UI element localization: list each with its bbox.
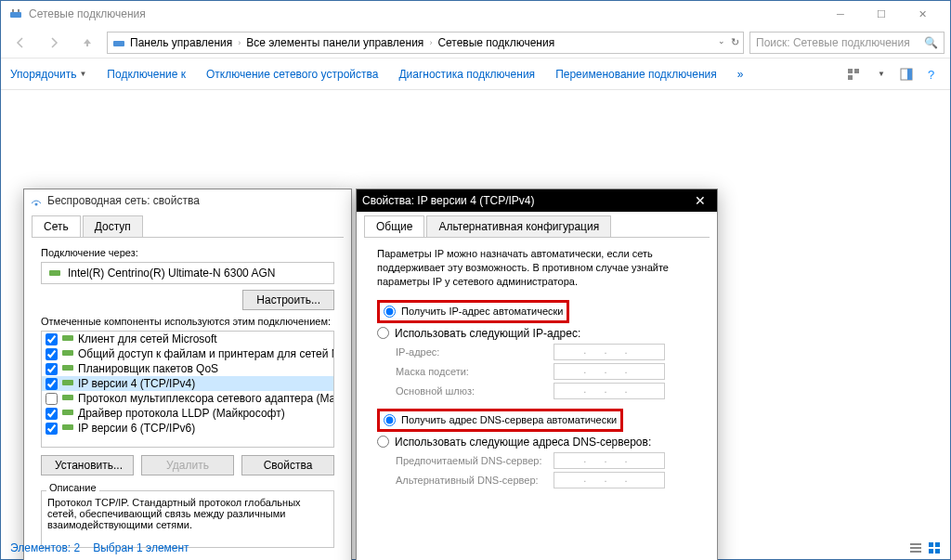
breadcrumb-item[interactable]: Панель управления	[130, 36, 232, 49]
svg-rect-24	[929, 549, 933, 553]
view-details-icon[interactable]	[909, 541, 922, 554]
gateway-input[interactable]: . . .	[554, 383, 665, 399]
nav-back-button[interactable]	[7, 32, 34, 54]
search-input[interactable]: Поиск: Сетевые подключения 🔍	[749, 32, 944, 54]
component-icon	[61, 392, 74, 405]
component-item[interactable]: IP версии 4 (TCP/IPv4)	[42, 376, 333, 391]
address-bar[interactable]: Панель управления › Все элементы панели …	[107, 32, 744, 54]
toolbar-connect[interactable]: Подключение к	[107, 68, 186, 81]
svg-rect-1	[12, 9, 14, 12]
svg-rect-0	[10, 12, 21, 18]
component-icon	[61, 362, 74, 375]
svg-rect-6	[854, 69, 859, 73]
properties-button[interactable]: Свойства	[241, 455, 334, 475]
dialog-titlebar: Свойства: IP версии 4 (TCP/IPv4) ✕	[357, 189, 717, 212]
help-icon[interactable]: ?	[928, 68, 941, 81]
dns-pref-label: Предпочитаемый DNS-сервер:	[396, 455, 554, 466]
tab-general[interactable]: Общие	[364, 215, 424, 237]
main-window: Сетевые подключения ─ ☐ ✕ Панель управле…	[0, 0, 951, 560]
svg-rect-9	[907, 69, 912, 80]
toolbar-diagnose[interactable]: Диагностика подключения	[398, 68, 535, 81]
dns-alt-input[interactable]: . . .	[554, 472, 665, 488]
svg-rect-19	[910, 543, 921, 545]
preview-icon[interactable]	[900, 68, 913, 81]
nav-up-button[interactable]	[73, 32, 101, 54]
toolbar-rename[interactable]: Переименование подключения	[555, 68, 717, 81]
connect-via-label: Подключение через:	[41, 247, 334, 258]
radio-dns-manual[interactable]	[377, 436, 389, 448]
breadcrumb-item[interactable]: Все элементы панели управления	[246, 36, 423, 49]
svg-rect-18	[62, 424, 73, 430]
component-checkbox[interactable]	[46, 393, 58, 405]
tab-alternative[interactable]: Альтернативная конфигурация	[426, 215, 611, 237]
components-list[interactable]: Клиент для сетей MicrosoftОбщий доступ к…	[41, 331, 334, 448]
svg-rect-21	[910, 551, 921, 553]
minimize-button[interactable]: ─	[820, 1, 861, 27]
titlebar: Сетевые подключения ─ ☐ ✕	[1, 1, 950, 27]
component-icon	[61, 332, 74, 345]
close-icon[interactable]: ✕	[689, 193, 711, 208]
refresh-icon[interactable]: ↻	[731, 36, 739, 48]
ip-address-input[interactable]: . . .	[554, 344, 665, 360]
toolbar-organize[interactable]: Упорядочить▼	[10, 68, 86, 81]
dns-pref-input[interactable]: . . .	[554, 452, 665, 469]
svg-rect-3	[86, 43, 88, 46]
component-checkbox[interactable]	[46, 348, 58, 360]
component-label: Общий доступ к файлам и принтерам для се…	[78, 347, 334, 360]
component-item[interactable]: Клиент для сетей Microsoft	[42, 332, 333, 346]
install-button[interactable]: Установить...	[41, 455, 134, 475]
component-item[interactable]: IP версии 6 (TCP/IPv6)	[42, 421, 333, 436]
statusbar: Элементов: 2 Выбран 1 элемент	[1, 537, 950, 559]
component-icon	[61, 407, 74, 420]
remove-button[interactable]: Удалить	[141, 455, 234, 475]
svg-rect-16	[62, 395, 73, 400]
svg-rect-11	[49, 270, 60, 276]
svg-rect-22	[929, 542, 933, 547]
component-item[interactable]: Драйвер протокола LLDP (Майкрософт)	[42, 406, 333, 421]
adapter-icon	[47, 266, 62, 280]
svg-rect-23	[935, 542, 940, 547]
dialog-wireless-properties: Беспроводная сеть: свойства Сеть Доступ …	[23, 189, 352, 560]
toolbar-more[interactable]: »	[737, 68, 744, 81]
svg-rect-5	[848, 69, 853, 73]
svg-rect-12	[62, 335, 73, 341]
tab-access[interactable]: Доступ	[83, 215, 143, 237]
view-icon[interactable]	[847, 68, 860, 81]
component-checkbox[interactable]	[46, 363, 58, 375]
svg-rect-13	[62, 350, 73, 356]
component-item[interactable]: Планировщик пакетов QoS	[42, 361, 333, 376]
components-label: Отмеченные компоненты используются этим …	[41, 316, 334, 327]
component-item[interactable]: Общий доступ к файлам и принтерам для се…	[42, 346, 333, 361]
configure-button[interactable]: Настроить...	[242, 290, 334, 310]
component-icon	[61, 377, 74, 390]
nav-forward-button[interactable]	[40, 32, 68, 54]
dialog-title: Беспроводная сеть: свойства	[47, 194, 200, 207]
tab-network[interactable]: Сеть	[32, 215, 81, 237]
radio-dns-auto[interactable]	[384, 414, 396, 426]
subnet-input[interactable]: . . .	[554, 363, 665, 380]
highlight-dns-auto: Получить адрес DNS-сервера автоматически	[377, 409, 623, 432]
dns-alt-label: Альтернативный DNS-сервер:	[396, 475, 554, 486]
component-checkbox[interactable]	[46, 333, 58, 345]
chevron-right-icon: ›	[429, 38, 432, 47]
maximize-button[interactable]: ☐	[861, 1, 902, 27]
radio-ip-auto[interactable]	[384, 306, 396, 318]
dialog-title: Свойства: IP версии 4 (TCP/IPv4)	[362, 194, 535, 207]
component-item[interactable]: Протокол мультиплексора сетевого адаптер…	[42, 391, 333, 406]
view-large-icon[interactable]	[928, 541, 941, 554]
close-button[interactable]: ✕	[902, 1, 943, 27]
breadcrumb-item[interactable]: Сетевые подключения	[437, 36, 554, 49]
component-checkbox[interactable]	[46, 423, 58, 435]
svg-rect-2	[18, 9, 20, 12]
toolbar-disable[interactable]: Отключение сетевого устройства	[206, 68, 378, 81]
component-label: IP версии 6 (TCP/IPv6)	[78, 422, 195, 435]
search-icon: 🔍	[924, 36, 938, 49]
radio-ip-manual[interactable]	[377, 327, 389, 339]
svg-rect-17	[62, 410, 73, 415]
dropdown-icon[interactable]: ⌄	[718, 36, 725, 48]
component-checkbox[interactable]	[46, 378, 58, 390]
adapter-name: Intel(R) Centrino(R) Ultimate-N 6300 AGN	[68, 267, 275, 280]
component-checkbox[interactable]	[46, 408, 58, 420]
component-label: Протокол мультиплексора сетевого адаптер…	[78, 392, 334, 405]
status-selected: Выбран 1 элемент	[93, 541, 189, 554]
